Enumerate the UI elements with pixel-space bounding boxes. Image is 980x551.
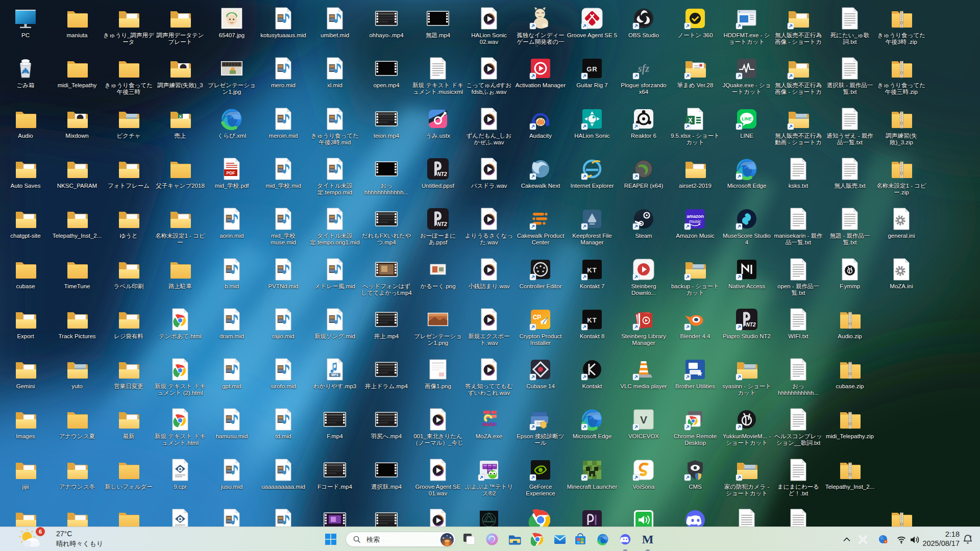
- svg-text:KT: KT: [587, 266, 597, 274]
- svg-text:X: X: [688, 117, 692, 124]
- svg-text:GR: GR: [586, 65, 598, 73]
- svg-text:V: V: [640, 414, 647, 425]
- svg-text:KT: KT: [587, 316, 597, 324]
- svg-text:NT2: NT2: [437, 171, 447, 177]
- svg-text:NT2: NT2: [746, 322, 756, 328]
- svg-text:LINE: LINE: [742, 116, 752, 121]
- svg-text:NT2: NT2: [437, 221, 447, 227]
- svg-text:amazon: amazon: [687, 214, 704, 219]
- svg-text:MoZA: MoZA: [483, 422, 496, 427]
- svg-text:z: z: [970, 535, 972, 538]
- svg-text:CP: CP: [533, 314, 542, 321]
- svg-text:sfz: sfz: [638, 63, 649, 74]
